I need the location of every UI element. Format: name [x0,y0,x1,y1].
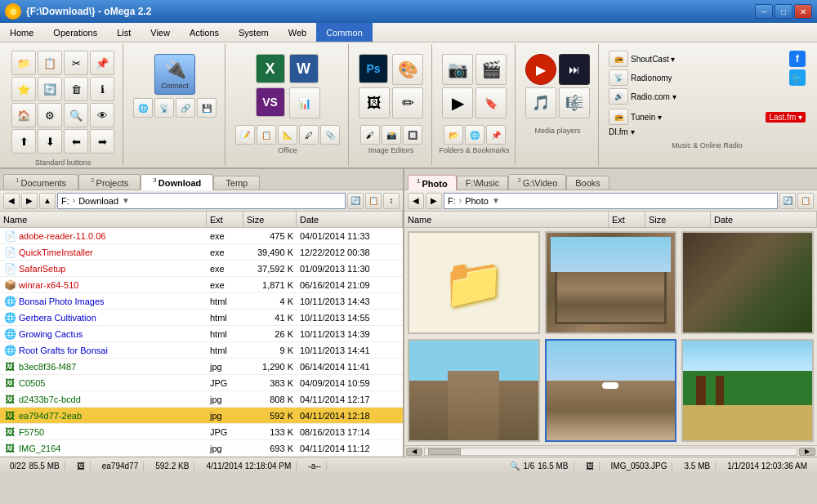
radionomy-icon[interactable]: 📡 [609,69,628,86]
file-row[interactable]: 🖼IMG_2164jpg693 K04/11/2014 11:12 [0,440,403,457]
photo-folder[interactable]: 📁 [408,231,540,334]
folders-sub-3[interactable]: 📌 [486,125,506,145]
toolbar-btn-left[interactable]: ⬅ [64,129,88,154]
photo-editor-1[interactable]: 🖼 [359,87,390,118]
photo-hill[interactable] [545,339,677,442]
file-row[interactable]: 🌐Bonsai Photo Imageshtml4 K10/11/2013 14… [0,293,403,310]
image-sub-3[interactable]: 🔲 [403,125,422,145]
connect-button[interactable]: 🔌 Connect [154,54,195,95]
my-music-button[interactable]: 🎼 [559,87,590,118]
media-player-3[interactable]: 🎵 [525,87,556,118]
menu-web[interactable]: Web [279,23,316,42]
winamp-button[interactable]: ▶ [525,54,556,85]
youtube-button[interactable]: ▶ [442,87,473,118]
nav-back[interactable]: ◀ [3,193,20,209]
office-sub-1[interactable]: 📝 [235,125,255,145]
menu-list[interactable]: List [107,23,141,42]
menu-system[interactable]: System [229,23,279,42]
toolbar-btn-info[interactable]: ℹ [90,77,114,101]
menu-common[interactable]: Common [316,23,373,42]
tab-documents[interactable]: 1Documents [3,174,78,190]
office-sub-4[interactable]: 🖊 [299,125,319,145]
di-link[interactable]: DI.fm ▾ [609,127,635,136]
left-path-bar[interactable]: F: › Download ▼ [57,193,346,209]
toolbar-btn-folder[interactable]: 📁 [11,51,36,75]
close-button[interactable]: ✕ [794,4,812,19]
toolbar-btn-down[interactable]: ⬇ [38,129,62,154]
media-player-2[interactable]: ⏭ [559,54,590,85]
col-size[interactable]: Size [243,212,297,227]
image-sub-2[interactable]: 📸 [382,125,401,145]
radio-link[interactable]: Radio.com ▾ [631,92,676,101]
office-sub-2[interactable]: 📋 [257,125,276,145]
shoutcast-icon[interactable]: 📻 [609,51,628,67]
right-view[interactable]: 📋 [797,193,814,209]
photo-beach[interactable] [681,339,814,442]
right-path-bar[interactable]: F: › Photo ▼ [444,193,778,209]
menu-view[interactable]: View [141,23,180,42]
connect-sub-3[interactable]: 🔗 [176,98,195,118]
col-ext[interactable]: Ext [207,212,243,227]
tab-photo[interactable]: 1Photo [408,175,457,190]
toolbar-btn-view[interactable]: 👁 [90,103,114,127]
sort-btn[interactable]: ↕ [383,193,400,209]
word-button[interactable]: W [289,54,319,83]
radio-icon[interactable]: 🔊 [609,88,628,105]
toolbar-btn-star[interactable]: ⭐ [11,77,36,101]
tunein-link[interactable]: Tunein ▾ [631,113,662,122]
nav-up[interactable]: ▲ [39,193,56,209]
vs-button[interactable]: VS [256,87,285,117]
file-row[interactable]: 🖼b3ec8f36-f487jpg1,290 K06/14/2014 11:41 [0,359,403,375]
toolbar-btn-copy[interactable]: 📋 [38,51,62,75]
folders-sub-2[interactable]: 🌐 [465,125,484,145]
photo-editor-2[interactable]: ✏ [392,87,423,118]
file-row[interactable]: 🌐Gerbera Cultivationhtml41 K10/11/2013 1… [0,310,403,326]
photo-tower[interactable] [408,339,540,442]
file-row[interactable]: 🖼F5750JPG133 K08/16/2013 17:14 [0,424,403,440]
photo-scrollbar[interactable]: ◀ ▶ [404,445,817,457]
tab-books[interactable]: Books [566,176,609,190]
facebook-icon[interactable]: f [789,51,806,67]
toolbar-btn-delete[interactable]: 🗑 [64,77,88,101]
toolbar-btn-settings[interactable]: ⚙ [38,103,62,127]
lastfm-link[interactable]: Last.fm ▾ [766,112,806,123]
toolbar-btn-cut[interactable]: ✂ [64,51,88,75]
twitter-icon[interactable]: 🐦 [789,69,806,86]
office-sub-3[interactable]: 📐 [278,125,297,145]
tab-fmusic[interactable]: F:\Music [457,176,509,190]
toolbar-btn-up[interactable]: ⬆ [11,129,36,154]
scroll-right[interactable]: ▶ [799,448,815,456]
photoshop-button[interactable]: Ps [359,54,388,83]
menu-actions[interactable]: Actions [180,23,229,42]
tab-projects[interactable]: 2Projects [78,174,141,190]
tab-gvideo[interactable]: 3G:\Video [508,174,566,190]
menu-operations[interactable]: Operations [43,23,107,42]
file-row[interactable]: 🌐Growing Cactushtml26 K10/11/2013 14:39 [0,326,403,342]
minimize-button[interactable]: ─ [755,4,773,19]
file-row[interactable]: 🖼ea794d77-2eabjpg592 K04/11/2014 12:18 [0,408,403,424]
col-name[interactable]: Name [0,212,207,227]
file-row[interactable]: 🌐Root Grafts for Bonsaihtml9 K10/11/2013… [0,342,403,359]
bookmark-button[interactable]: 🔖 [475,87,507,118]
paint-button[interactable]: 🎨 [392,54,423,85]
toolbar-btn-right[interactable]: ➡ [90,129,114,154]
photo-tree[interactable] [681,231,814,334]
tab-temp[interactable]: Temp [213,176,260,190]
image-sub-1[interactable]: 🖌 [360,125,380,145]
office-other[interactable]: 📊 [289,87,320,118]
photo-ruins[interactable] [545,231,677,334]
connect-sub-1[interactable]: 🌐 [133,98,153,118]
file-row[interactable]: 📄adobe-reader-11.0.06exe475 K04/01/2014 … [0,228,403,244]
file-row[interactable]: 📄QuickTimeInstallerexe39,490 K12/22/2012… [0,244,403,261]
refresh-btn[interactable]: 🔄 [347,193,364,209]
tunein-icon[interactable]: 📻 [609,109,628,125]
toolbar-btn-paste[interactable]: 📌 [90,51,114,75]
file-row[interactable]: 🖼C0505JPG383 K04/09/2014 10:59 [0,375,403,391]
toolbar-btn-home[interactable]: 🏠 [11,103,36,127]
connect-sub-4[interactable]: 💾 [197,98,217,118]
right-refresh[interactable]: 🔄 [779,193,796,209]
col-date[interactable]: Date [297,212,403,227]
photos-button[interactable]: 📷 [442,54,473,85]
file-row[interactable]: 📄SafariSetupexe37,592 K01/09/2013 11:30 [0,261,403,277]
right-col-date[interactable]: Date [711,212,817,227]
